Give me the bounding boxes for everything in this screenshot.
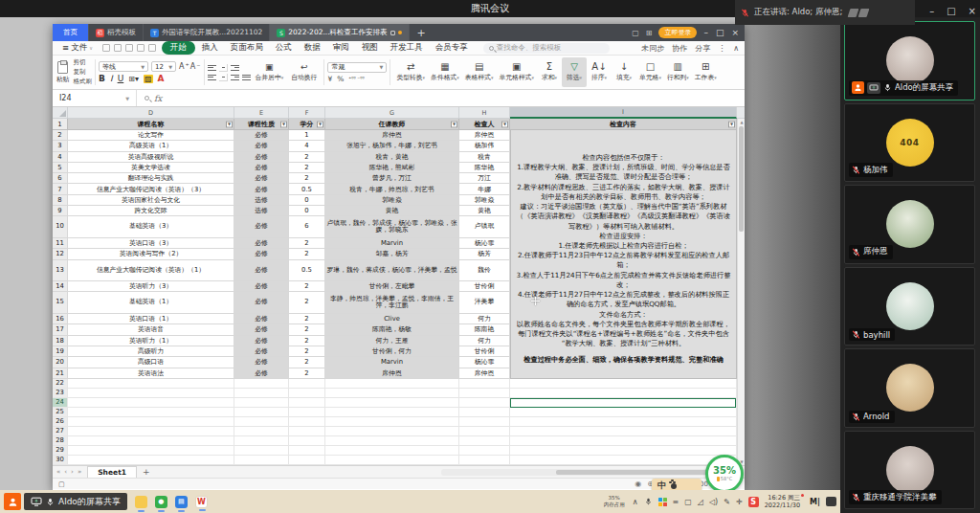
action-center-icon[interactable]	[826, 497, 836, 506]
cell-course-name[interactable]: 信息产业大咖传记阅读（英语）（3）	[68, 184, 234, 194]
cell-course-name[interactable]: 高级听力	[68, 346, 234, 357]
participant-tile[interactable]: 席仲恩	[844, 185, 975, 264]
touchpad-icon[interactable]: ▢	[684, 498, 692, 506]
cell-checker[interactable]: 税青	[459, 152, 510, 163]
document-tab[interactable]: 首页	[53, 24, 89, 41]
participant-tile[interactable]: 重庆移通学院洋美攀	[844, 431, 975, 510]
cell-course-name[interactable]: 英语听力（3）	[68, 281, 234, 292]
cell-checker[interactable]: 杨沁霏	[459, 238, 510, 249]
cell-teachers[interactable]: 甘伶俐，何力	[325, 346, 459, 357]
formula-input[interactable]	[169, 90, 745, 106]
row-header[interactable]: 14	[53, 281, 68, 292]
folder-app-icon[interactable]	[135, 496, 147, 508]
cell-teachers[interactable]: Marvin	[325, 238, 459, 249]
row-header[interactable]: 19	[53, 346, 68, 357]
col-header-F[interactable]: F	[289, 107, 325, 119]
merge-center-button[interactable]: ▣ 合并居中▾	[251, 57, 287, 87]
font-name-select[interactable]: 等线▼	[99, 61, 148, 72]
tray-expand-icon[interactable]: ∧	[633, 498, 638, 506]
menu-item[interactable]: 视图	[356, 41, 384, 55]
sheet-tab[interactable]: Sheet1	[87, 466, 137, 478]
cell-teachers[interactable]: 税青，黄艳	[325, 152, 459, 163]
header-inspection[interactable]: 检查内容▼	[510, 119, 737, 130]
filter-icon[interactable]: ▼	[280, 121, 287, 127]
cell-credit[interactable]: 6	[289, 216, 325, 238]
file-menu[interactable]: ≡ 文件 ∨	[58, 42, 97, 54]
selected-cell-I24[interactable]	[510, 398, 736, 408]
sheet-nav-arrows[interactable]: «‹›»	[56, 468, 81, 476]
system-clock[interactable]: 16:26 周三 2022/11/30	[765, 494, 804, 510]
row-header[interactable]: 4	[53, 152, 68, 163]
row-header[interactable]: 13	[53, 260, 68, 282]
ribbon-tool-button[interactable]: ⊞ 工作表▾	[692, 57, 720, 87]
pen-icon[interactable]: ✎	[724, 498, 730, 506]
ribbon-tool-button[interactable]: ▽ 筛选▾	[562, 57, 587, 87]
cell-checker[interactable]: 郭唯焱	[459, 195, 510, 206]
performance-monitor-badge[interactable]: 35% 58°C	[705, 455, 744, 493]
cell-credit[interactable]: 2	[289, 292, 325, 314]
cell-credit[interactable]: 2	[289, 152, 325, 163]
cell-course-name[interactable]: 信息产业大咖传记阅读（英语）（1）	[68, 260, 234, 282]
cell-checker[interactable]: 牛娜	[459, 184, 510, 194]
input-indicator-icon[interactable]: M|	[810, 498, 820, 506]
col-header-H[interactable]: H	[459, 107, 510, 119]
cell-course-name[interactable]: 英语高级视听说	[68, 152, 234, 163]
cell-teachers[interactable]: 席仲恩	[325, 368, 459, 379]
row-header[interactable]: 27	[53, 427, 68, 436]
cell-course-name[interactable]: 高级口语	[68, 357, 234, 368]
settings-icon[interactable]: ✛	[736, 498, 743, 506]
row-header[interactable]: 28	[53, 436, 68, 446]
cell-course-type[interactable]: 必修	[234, 314, 289, 324]
command-search[interactable]: 查找命令、搜索模板	[483, 43, 610, 54]
tray-mic-icon[interactable]	[644, 498, 653, 505]
login-badge[interactable]: 立即登录	[658, 27, 697, 38]
cell-course-name[interactable]: 翻译理论与实践	[68, 173, 234, 184]
row-header[interactable]: 24	[53, 398, 68, 408]
col-header-D[interactable]: D	[68, 107, 234, 119]
header-teachers[interactable]: 任课教师▼	[325, 119, 459, 130]
header-course-name[interactable]: 课程名称▼	[68, 119, 234, 130]
cell-credit[interactable]: 0	[289, 195, 325, 206]
wps-restore-button[interactable]: □	[716, 28, 724, 37]
cell-credit[interactable]: 1	[289, 130, 325, 141]
cell-course-type[interactable]: 必修	[234, 216, 289, 238]
ribbon-tool-button[interactable]: ▤ 表格样式▾	[462, 57, 497, 87]
cell-course-type[interactable]: 必修	[234, 281, 289, 292]
number-format-select[interactable]: 常规▼	[327, 62, 387, 73]
cell-credit[interactable]: 2	[289, 357, 325, 368]
horizontal-align-buttons[interactable]	[208, 74, 251, 81]
col-header-E[interactable]: E	[234, 107, 289, 119]
memory-usage[interactable]: 35% 内存占用	[604, 495, 625, 507]
tray-menu-icon[interactable]: ≡	[673, 498, 679, 506]
participant-tile[interactable]: Arnold	[844, 348, 975, 428]
row-header[interactable]: 10	[53, 216, 68, 238]
cell-course-name[interactable]: 英语听力（1）	[68, 336, 234, 346]
cell-teachers[interactable]: 张旭宁，杨加伟，牛娜，刘艺书	[325, 141, 459, 151]
messenger-app-icon[interactable]: ●	[155, 496, 167, 508]
volume-icon[interactable]: ◁)	[709, 498, 718, 506]
cell-course-type[interactable]: 必修	[234, 238, 289, 249]
row-header[interactable]: 17	[53, 324, 68, 335]
vertical-scrollbar[interactable]: ▲ ▼	[737, 119, 745, 465]
bold-button[interactable]: B	[99, 74, 105, 83]
filter-icon[interactable]: ▼	[728, 121, 735, 127]
collab-button[interactable]: 协作	[672, 43, 687, 54]
format-painter-button[interactable]: 格式刷	[74, 78, 93, 86]
menu-item[interactable]: 页面布局	[225, 41, 269, 55]
document-tab[interactable]: 稻壳模板	[89, 24, 144, 41]
ribbon-tool-button[interactable]: ⇄ 类型转换▾	[393, 57, 428, 87]
menu-item[interactable]: 开始	[162, 41, 195, 55]
row-header[interactable]: 11	[53, 238, 68, 249]
document-tab[interactable]: 2022-202...科检查工作安排表	[270, 24, 409, 41]
layout-icon[interactable]: ▢	[632, 29, 639, 37]
member-list-icon[interactable]	[4, 493, 21, 510]
cell-teachers[interactable]: 罗琳，魏伶，蒋成侠，杨沁霏，洋美攀，孟悦	[325, 260, 459, 282]
cell-teachers[interactable]: 陈华艳，熊斌彬	[325, 163, 459, 173]
select-all-corner[interactable]	[53, 107, 68, 119]
cell-course-name[interactable]: 跨文化交际	[68, 206, 234, 216]
cell-course-name[interactable]: 英美文学选读	[68, 163, 234, 173]
font-color-button[interactable]: A	[158, 74, 165, 83]
colored-app-tray-icon[interactable]	[658, 498, 667, 506]
cell-course-type[interactable]: 必修	[234, 130, 289, 141]
wps-minimize-button[interactable]: –	[703, 28, 708, 37]
